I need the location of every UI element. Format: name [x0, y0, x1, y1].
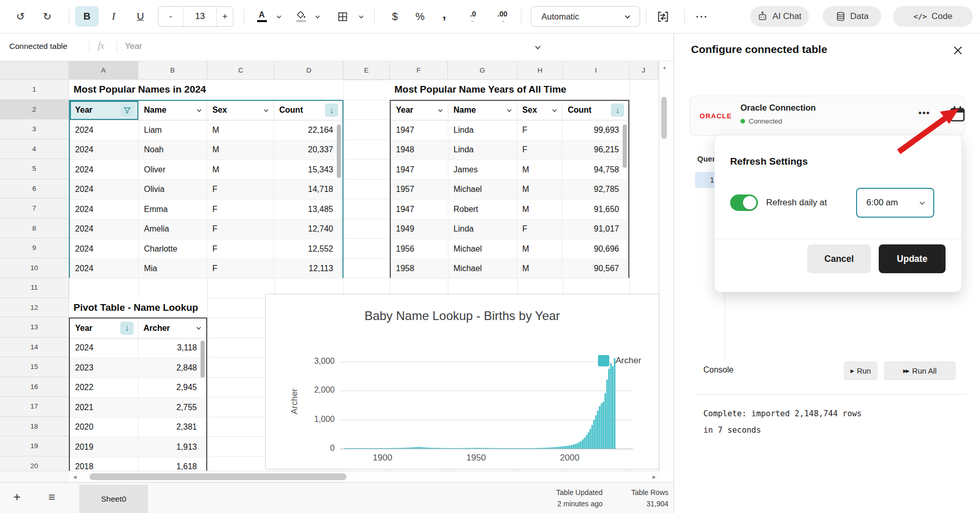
cell[interactable]: 13,485	[274, 200, 342, 219]
table-column-header-name[interactable]: Name	[448, 101, 517, 120]
horizontal-scrollbar[interactable]: ◀ ▶	[69, 471, 659, 483]
row-header-17[interactable]: 17	[0, 397, 69, 417]
cell[interactable]: Michael	[448, 180, 517, 200]
cell[interactable]: 12,113	[274, 259, 342, 279]
fill-color-button[interactable]	[292, 6, 310, 27]
cell[interactable]: 2023	[70, 358, 138, 378]
close-panel-button[interactable]	[951, 43, 965, 58]
table-column-header-count[interactable]: Count↓	[562, 101, 628, 120]
cell[interactable]: Amelia	[139, 220, 207, 239]
cell[interactable]: 2020	[70, 418, 138, 437]
table-scroll-thumb[interactable]	[623, 125, 627, 168]
row-header-1[interactable]: 1	[0, 80, 69, 100]
table-row[interactable]: 1958MichaelM90,567	[391, 259, 628, 279]
column-header-H[interactable]: H	[517, 61, 563, 80]
row-header-9[interactable]: 9	[0, 238, 69, 258]
cell[interactable]: 2,381	[138, 418, 206, 437]
cell[interactable]: M	[207, 120, 274, 140]
column-header-I[interactable]: I	[563, 61, 629, 80]
table-title[interactable]: Pivot Table - Name Lookup	[69, 298, 207, 318]
cell[interactable]: 2024	[70, 160, 139, 180]
cell[interactable]: 2024	[70, 339, 138, 358]
cell[interactable]: Linda	[448, 220, 517, 239]
increase-decimals-button[interactable]: .00→	[491, 6, 514, 27]
column-header-A[interactable]: A	[69, 61, 138, 80]
cell[interactable]: M	[207, 160, 274, 180]
vertical-scrollbar[interactable]: ▲	[659, 61, 669, 471]
cell[interactable]: M	[517, 259, 562, 279]
decrease-decimals-button[interactable]: .0←	[462, 6, 484, 27]
table-row[interactable]: 2024MiaF12,113	[70, 259, 342, 279]
table-scroll-thumb[interactable]	[337, 125, 341, 178]
refresh-daily-toggle[interactable]	[730, 194, 758, 211]
column-header-C[interactable]: C	[207, 61, 275, 80]
cell[interactable]: 1,618	[138, 457, 206, 471]
row-header-11[interactable]: 11	[0, 278, 69, 298]
table-column-header-name[interactable]: Name	[139, 101, 207, 120]
cell[interactable]: M	[517, 200, 562, 219]
column-header-E[interactable]: E	[343, 61, 390, 80]
cell[interactable]: M	[207, 140, 274, 160]
cell[interactable]: 91,650	[562, 200, 628, 219]
row-header-12[interactable]: 12	[0, 298, 69, 318]
table-row[interactable]: 2024EmmaF13,485	[70, 200, 342, 220]
cell[interactable]: 2,848	[138, 358, 206, 378]
bold-button[interactable]: B	[75, 6, 99, 27]
table-row[interactable]: 1948LindaF96,215	[391, 140, 628, 161]
refresh-schedule-calendar-button[interactable]	[949, 105, 966, 123]
row-header-2[interactable]: 2	[0, 100, 69, 120]
column-menu-chevron-icon[interactable]	[263, 107, 269, 114]
table-row[interactable]: 20181,618	[70, 457, 206, 471]
table-title[interactable]: Most Popular Names in 2024	[69, 80, 343, 100]
cell[interactable]: 96,215	[562, 140, 628, 160]
row-header-13[interactable]: 13	[0, 317, 69, 338]
cell[interactable]: 12,552	[274, 239, 342, 259]
table-row[interactable]: 1956MichaelM90,696	[391, 239, 628, 259]
column-header-G[interactable]: G	[448, 61, 517, 80]
ai-chat-button[interactable]: AI Chat	[750, 6, 809, 27]
table-row[interactable]: 20222,945	[70, 378, 206, 398]
table-most-popular-names-2024[interactable]: YearNameSexCount↓2024LiamM22,1642024Noah…	[69, 100, 343, 278]
cell[interactable]: F	[517, 140, 562, 160]
table-most-popular-name-years[interactable]: YearNameSexCount↓1947LindaF99,6931948Lin…	[390, 100, 629, 278]
cell[interactable]: 2024	[70, 220, 139, 239]
cell[interactable]: 1947	[391, 200, 448, 219]
row-header-7[interactable]: 7	[0, 199, 69, 219]
table-column-header-count[interactable]: Count↓	[274, 101, 342, 120]
scroll-left-icon[interactable]: ◀	[73, 474, 77, 480]
data-button[interactable]: Data	[823, 6, 881, 27]
cell[interactable]: 2019	[70, 437, 138, 457]
cell[interactable]: 1949	[391, 220, 448, 239]
filter-icon[interactable]	[121, 103, 134, 117]
column-header-F[interactable]: F	[390, 61, 448, 80]
redo-button[interactable]: ↻	[39, 6, 56, 27]
name-box[interactable]: Connected table	[9, 42, 67, 51]
cell[interactable]: 1956	[391, 239, 448, 259]
cell[interactable]: Noah	[139, 140, 207, 160]
table-row[interactable]: 1947LindaF99,693	[391, 120, 628, 140]
row-header-19[interactable]: 19	[0, 436, 69, 456]
cell[interactable]: 1957	[391, 180, 448, 200]
text-color-button[interactable]: A	[253, 6, 270, 27]
cell[interactable]: 1947	[391, 160, 448, 180]
more-options-button[interactable]: ⋯	[692, 6, 711, 27]
cell[interactable]: 22,164	[274, 120, 342, 140]
cell[interactable]: F	[207, 200, 274, 219]
cell[interactable]: F	[207, 259, 274, 279]
cell[interactable]: 2,755	[138, 398, 206, 417]
sort-descending-icon[interactable]: ↓	[611, 103, 624, 117]
row-header-16[interactable]: 16	[0, 377, 69, 397]
convert-data-button[interactable]	[652, 6, 674, 27]
table-row[interactable]: 2024OliviaF14,718	[70, 180, 342, 200]
number-format-dropdown[interactable]: Automatic	[531, 6, 640, 27]
cell[interactable]: Michael	[448, 259, 517, 279]
sort-descending-icon[interactable]: ↓	[120, 322, 134, 335]
column-menu-chevron-icon[interactable]	[551, 107, 558, 114]
row-header-8[interactable]: 8	[0, 219, 69, 239]
cell[interactable]: Mia	[139, 259, 207, 279]
column-menu-chevron-icon[interactable]	[437, 107, 444, 114]
column-header-J[interactable]: J	[629, 61, 658, 80]
cell[interactable]: F	[207, 220, 274, 239]
spreadsheet-grid[interactable]: ABCDEFGHIJ123456789101112131415161718192…	[0, 61, 659, 471]
table-title[interactable]: Most Popular Name Years of All Time	[390, 80, 629, 100]
